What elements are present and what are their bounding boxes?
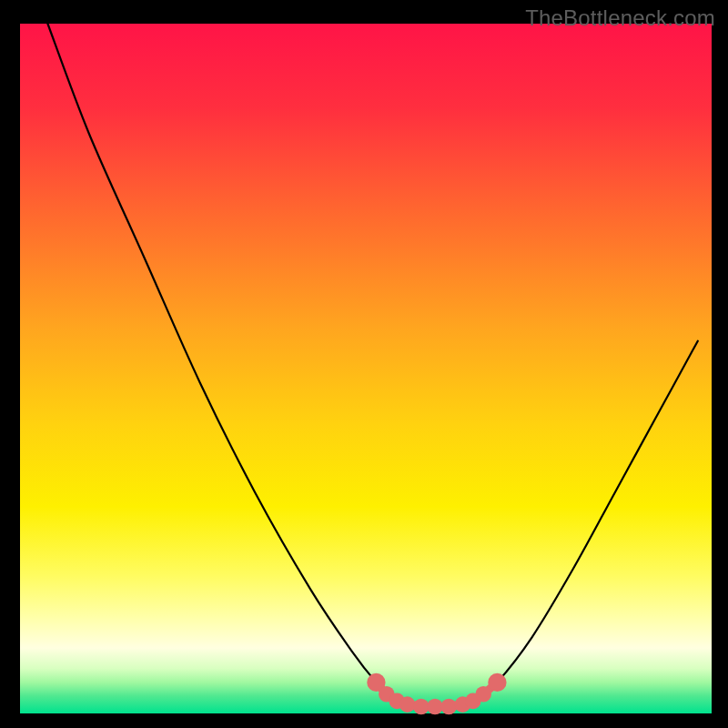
chart-svg [0, 0, 728, 728]
valley-marker [413, 699, 430, 715]
valley-marker [399, 696, 416, 713]
chart-background [20, 24, 712, 713]
valley-marker [440, 699, 457, 715]
watermark-text: TheBottleneck.com [525, 5, 715, 31]
valley-marker [427, 699, 443, 715]
valley-marker [475, 686, 491, 703]
chart-frame: TheBottleneck.com [0, 0, 728, 728]
valley-marker [488, 673, 506, 692]
